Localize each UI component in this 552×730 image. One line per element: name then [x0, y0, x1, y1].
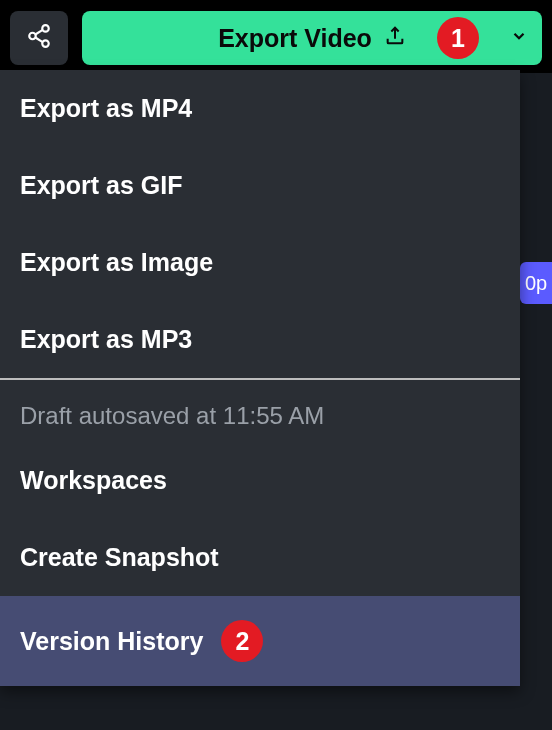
svg-line-4: [35, 38, 42, 43]
export-video-label: Export Video: [218, 24, 372, 53]
menu-item-export-image[interactable]: Export as Image: [0, 224, 520, 301]
menu-item-export-mp3[interactable]: Export as MP3: [0, 301, 520, 378]
svg-line-3: [35, 30, 42, 35]
annotation-badge-2: 2: [221, 620, 263, 662]
version-history-label: Version History: [20, 627, 203, 656]
menu-item-create-snapshot[interactable]: Create Snapshot: [0, 519, 520, 596]
export-dropdown: Export as MP4 Export as GIF Export as Im…: [0, 70, 520, 686]
menu-item-version-history[interactable]: Version History 2: [0, 596, 520, 686]
autosave-status: Draft autosaved at 11:55 AM: [0, 380, 520, 442]
chevron-down-icon[interactable]: [510, 27, 528, 49]
svg-point-0: [42, 25, 49, 32]
share-icon: [26, 23, 52, 53]
annotation-badge-1: 1: [437, 17, 479, 59]
share-button[interactable]: [10, 11, 68, 65]
menu-item-workspaces[interactable]: Workspaces: [0, 442, 520, 519]
menu-item-export-gif[interactable]: Export as GIF: [0, 147, 520, 224]
menu-item-export-mp4[interactable]: Export as MP4: [0, 70, 520, 147]
export-upload-icon: [384, 25, 406, 51]
svg-point-1: [29, 33, 36, 40]
svg-point-2: [42, 40, 49, 47]
background-resolution-pill: 0p: [520, 262, 552, 304]
